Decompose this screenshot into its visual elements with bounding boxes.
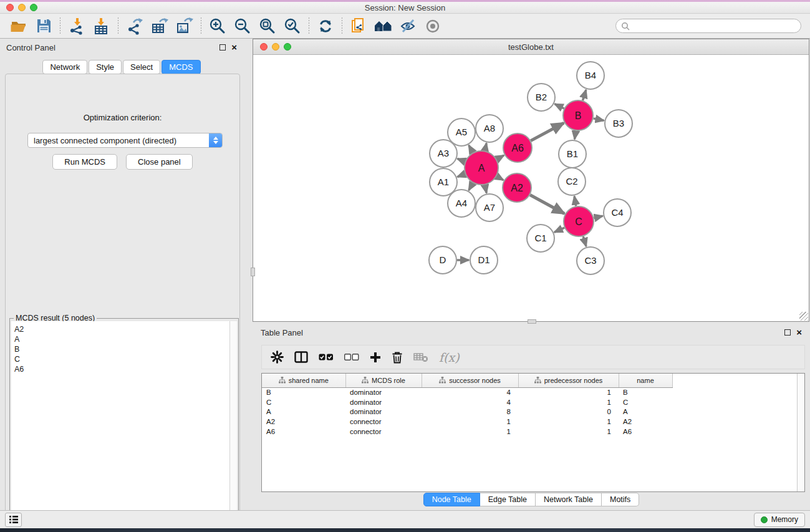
save-session-button[interactable] bbox=[31, 16, 56, 37]
minimize-window-icon[interactable] bbox=[18, 4, 26, 11]
import-network-button[interactable] bbox=[64, 16, 89, 37]
network-minimize-icon[interactable] bbox=[272, 43, 279, 51]
table-row[interactable]: A6connector11A6 bbox=[262, 427, 672, 437]
add-column-button[interactable] bbox=[370, 352, 381, 363]
table-cell[interactable]: B bbox=[619, 387, 672, 397]
tab-select[interactable]: Select bbox=[123, 60, 160, 74]
toggle-columns-button[interactable] bbox=[294, 351, 308, 363]
graph-edge-A-A2[interactable] bbox=[496, 177, 503, 180]
table-cell[interactable]: connector bbox=[345, 427, 422, 437]
node-table[interactable]: shared nameMCDS rolesuccessor nodesprede… bbox=[261, 373, 805, 492]
table-cell[interactable]: A2 bbox=[262, 417, 345, 427]
float-panel-icon[interactable] bbox=[219, 44, 226, 51]
table-cell[interactable]: A bbox=[262, 407, 345, 417]
column-header-name[interactable]: name bbox=[619, 374, 672, 387]
network-document-button[interactable] bbox=[346, 16, 371, 37]
table-row[interactable]: Cdominator41C bbox=[262, 397, 672, 407]
home-button[interactable] bbox=[371, 16, 396, 37]
table-cell[interactable]: 4 bbox=[422, 397, 518, 407]
graph-edge-A-A8[interactable] bbox=[485, 143, 486, 151]
table-cell[interactable]: A bbox=[619, 407, 672, 417]
export-network-button[interactable] bbox=[122, 16, 147, 37]
graph-edge-A-A5[interactable] bbox=[469, 145, 473, 153]
resize-grip-icon[interactable] bbox=[799, 312, 808, 321]
import-table-button[interactable] bbox=[89, 16, 114, 37]
table-cell[interactable]: dominator bbox=[345, 397, 422, 407]
table-cell[interactable]: B bbox=[262, 387, 345, 397]
table-cell[interactable]: 1 bbox=[518, 387, 619, 397]
table-cell[interactable]: A2 bbox=[619, 417, 672, 427]
graph-edge-A-A3[interactable] bbox=[457, 158, 465, 162]
column-header-predecessor-nodes[interactable]: predecessor nodes bbox=[518, 374, 619, 387]
graph-edge-A2-C[interactable] bbox=[530, 195, 564, 213]
search-field[interactable] bbox=[615, 19, 801, 33]
column-header-shared-name[interactable]: shared name bbox=[262, 374, 345, 387]
mcds-result-item[interactable]: C bbox=[14, 354, 229, 364]
zoom-selected-button[interactable] bbox=[280, 16, 305, 37]
tab-network[interactable]: Network bbox=[42, 60, 87, 74]
table-cell[interactable]: 4 bbox=[422, 387, 518, 397]
table-cell[interactable]: 1 bbox=[422, 417, 518, 427]
table-scrollbar[interactable] bbox=[797, 374, 804, 491]
table-cell[interactable]: 0 bbox=[518, 407, 619, 417]
result-scrollbar[interactable] bbox=[229, 321, 237, 532]
tab-motifs[interactable]: Motifs bbox=[602, 493, 639, 506]
table-row[interactable]: Bdominator41B bbox=[262, 387, 672, 397]
table-cell[interactable]: 1 bbox=[518, 397, 619, 407]
tab-mcds[interactable]: MCDS bbox=[162, 60, 200, 74]
export-image-button[interactable] bbox=[172, 16, 197, 37]
mcds-result-item[interactable]: B bbox=[14, 344, 229, 354]
graph-edge-A-A7[interactable] bbox=[485, 185, 487, 193]
mcds-result-item[interactable]: A bbox=[14, 334, 229, 344]
network-close-icon[interactable] bbox=[260, 43, 268, 51]
open-session-button[interactable] bbox=[6, 16, 31, 37]
deselect-all-button[interactable] bbox=[344, 354, 359, 361]
table-cell[interactable]: dominator bbox=[345, 387, 422, 397]
close-table-panel-icon[interactable]: × bbox=[796, 329, 802, 336]
graph-edge-B-B1[interactable] bbox=[574, 131, 576, 140]
graph-edge-C-C1[interactable] bbox=[554, 228, 564, 232]
close-panel-button[interactable]: Close panel bbox=[126, 154, 193, 170]
zoom-window-icon[interactable] bbox=[30, 4, 37, 11]
table-row[interactable]: A2connector11A2 bbox=[262, 417, 672, 427]
network-zoom-icon[interactable] bbox=[284, 43, 291, 51]
tab-node-table[interactable]: Node Table bbox=[423, 493, 480, 506]
graph-edge-C-C4[interactable] bbox=[594, 216, 602, 218]
mcds-result-item[interactable]: A2 bbox=[14, 324, 229, 334]
graph-edge-B-B4[interactable] bbox=[582, 90, 586, 100]
criterion-dropdown[interactable]: largest connected component (directed) bbox=[27, 133, 223, 148]
graph-edge-C-C3[interactable] bbox=[583, 236, 586, 246]
run-mcds-button[interactable]: Run MCDS bbox=[52, 154, 117, 170]
column-header-MCDS-role[interactable]: MCDS role bbox=[345, 374, 422, 387]
table-cell[interactable]: connector bbox=[345, 417, 422, 427]
table-settings-button[interactable] bbox=[271, 351, 284, 364]
export-table-button[interactable] bbox=[147, 16, 172, 37]
hide-selected-button[interactable] bbox=[396, 16, 421, 37]
close-window-icon[interactable] bbox=[6, 4, 14, 11]
close-panel-icon[interactable]: × bbox=[231, 44, 237, 51]
resize-handle-left[interactable] bbox=[251, 268, 255, 276]
select-all-button[interactable] bbox=[319, 354, 334, 361]
table-cell[interactable]: 1 bbox=[422, 427, 518, 437]
table-cell[interactable]: C bbox=[262, 397, 345, 407]
table-row[interactable]: Adominator80A bbox=[262, 407, 672, 417]
table-cell[interactable]: 8 bbox=[422, 407, 518, 417]
float-table-panel-icon[interactable] bbox=[784, 329, 791, 336]
zoom-out-button[interactable] bbox=[230, 16, 255, 37]
table-cell[interactable]: dominator bbox=[345, 407, 422, 417]
task-history-button[interactable] bbox=[5, 513, 22, 527]
graph-edge-A-A6[interactable] bbox=[497, 155, 504, 159]
tab-style[interactable]: Style bbox=[89, 60, 122, 74]
search-input[interactable] bbox=[633, 22, 796, 31]
graph-edge-A-A4[interactable] bbox=[469, 183, 473, 190]
graph-edge-C-C2[interactable] bbox=[574, 196, 576, 206]
table-cell[interactable]: 1 bbox=[518, 417, 619, 427]
table-cell[interactable]: A6 bbox=[619, 427, 672, 437]
apply-layout-button[interactable] bbox=[313, 16, 338, 37]
tab-network-table[interactable]: Network Table bbox=[536, 493, 602, 506]
network-view[interactable]: B4B2BB3A5A8A6A3B1AA1C2A2A4A7C4CC1C3DD1 bbox=[253, 55, 809, 321]
zoom-fit-button[interactable] bbox=[255, 16, 280, 37]
column-header-successor-nodes[interactable]: successor nodes bbox=[422, 374, 518, 387]
table-cell[interactable]: C bbox=[619, 397, 672, 407]
graph-edge-A6-B[interactable] bbox=[531, 123, 564, 140]
